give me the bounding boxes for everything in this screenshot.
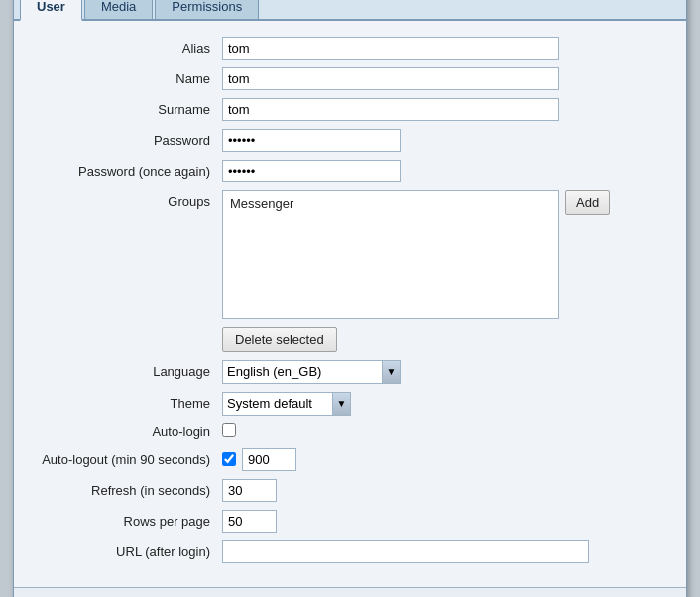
- surname-input[interactable]: [222, 98, 559, 121]
- language-row: Language English (en_GB) Deutsch Françai…: [34, 360, 666, 384]
- alias-label: Alias: [34, 41, 222, 56]
- password-once-row: Password (once again): [34, 160, 666, 182]
- theme-select-wrapper: System default Dark Light ▼: [222, 392, 351, 416]
- password-once-label: Password (once again): [34, 164, 222, 179]
- theme-label: Theme: [34, 396, 222, 411]
- configuration-window: CONFIGURATION OF USER User Media Permiss…: [13, 0, 687, 597]
- autologout-field-container: [222, 448, 666, 471]
- autologout-checkbox[interactable]: [222, 452, 236, 466]
- groups-row: Groups Messenger Add: [34, 190, 666, 319]
- rows-per-page-field-container: [222, 510, 666, 533]
- password-field-container: [222, 129, 666, 152]
- autologin-checkbox-container: [222, 423, 666, 440]
- alias-row: Alias: [34, 37, 666, 60]
- alias-input[interactable]: [222, 37, 559, 60]
- refresh-row: Refresh (in seconds): [34, 479, 666, 502]
- tab-user[interactable]: User: [20, 0, 82, 21]
- refresh-label: Refresh (in seconds): [34, 483, 222, 498]
- refresh-field-container: [222, 479, 666, 502]
- autologin-label: Auto-login: [34, 424, 222, 439]
- url-label: URL (after login): [34, 544, 222, 559]
- theme-select[interactable]: System default Dark Light: [223, 393, 332, 414]
- theme-row: Theme System default Dark Light ▼: [34, 392, 666, 416]
- tab-bar: User Media Permissions: [14, 0, 686, 21]
- list-item[interactable]: Messenger: [226, 194, 555, 213]
- language-select-wrapper: English (en_GB) Deutsch Français Español…: [222, 360, 401, 384]
- form-footer: Save Cancel: [14, 587, 686, 598]
- autologout-label: Auto-logout (min 90 seconds): [34, 452, 222, 467]
- name-label: Name: [34, 71, 222, 86]
- delete-selected-button[interactable]: Delete selected: [222, 327, 337, 352]
- delete-row: Delete selected: [34, 327, 666, 352]
- name-field-container: [222, 67, 666, 90]
- autologout-row: Auto-logout (min 90 seconds): [34, 448, 666, 471]
- theme-select-arrow[interactable]: ▼: [332, 393, 350, 415]
- autologout-input[interactable]: [242, 448, 296, 471]
- autologin-row: Auto-login: [34, 423, 666, 440]
- password-input[interactable]: [222, 129, 401, 152]
- url-row: URL (after login): [34, 540, 666, 563]
- name-input[interactable]: [222, 67, 559, 90]
- rows-per-page-input[interactable]: [222, 510, 277, 533]
- refresh-input[interactable]: [222, 479, 277, 502]
- language-select-container: English (en_GB) Deutsch Français Español…: [222, 360, 666, 384]
- tab-permissions[interactable]: Permissions: [155, 0, 259, 19]
- autologout-controls: [222, 448, 666, 471]
- alias-field-container: [222, 37, 666, 60]
- surname-label: Surname: [34, 102, 222, 117]
- surname-row: Surname: [34, 98, 666, 121]
- groups-list[interactable]: Messenger: [222, 190, 559, 319]
- password-row: Password: [34, 129, 666, 152]
- surname-field-container: [222, 98, 666, 121]
- rows-per-page-row: Rows per page: [34, 510, 666, 533]
- groups-label: Groups: [34, 190, 222, 209]
- groups-area: Messenger Add: [222, 190, 610, 319]
- password-once-input[interactable]: [222, 160, 401, 182]
- language-label: Language: [34, 364, 222, 379]
- autologin-checkbox[interactable]: [222, 423, 236, 437]
- password-once-field-container: [222, 160, 666, 182]
- url-input[interactable]: [222, 540, 589, 563]
- language-select[interactable]: English (en_GB) Deutsch Français Español: [223, 361, 382, 382]
- form-content: Alias Name Surname Password: [14, 21, 686, 587]
- theme-select-container: System default Dark Light ▼: [222, 392, 666, 416]
- name-row: Name: [34, 67, 666, 90]
- tab-media[interactable]: Media: [84, 0, 153, 19]
- password-label: Password: [34, 133, 222, 148]
- url-field-container: [222, 540, 666, 563]
- add-group-button[interactable]: Add: [565, 190, 610, 215]
- language-select-arrow[interactable]: ▼: [382, 361, 400, 383]
- rows-per-page-label: Rows per page: [34, 514, 222, 529]
